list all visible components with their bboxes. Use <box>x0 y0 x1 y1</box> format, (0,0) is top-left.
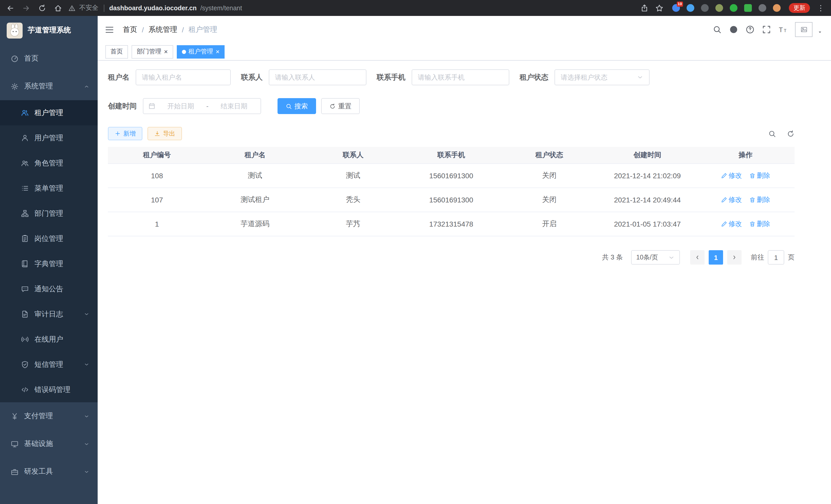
navbar-actions: TT <box>713 22 823 37</box>
sidebar-item-sms[interactable]: 短信管理 <box>0 352 98 377</box>
user-menu-caret-icon[interactable] <box>817 29 823 35</box>
cell-phone: 15601691300 <box>402 172 500 180</box>
extension-icon[interactable] <box>701 4 709 12</box>
sidebar-item-post[interactable]: 岗位管理 <box>0 226 98 251</box>
page-size-value: 10条/页 <box>636 253 658 262</box>
breadcrumb-item-home[interactable]: 首页 <box>123 25 137 34</box>
export-icon <box>154 130 160 137</box>
chevron-down-icon <box>84 413 89 419</box>
tenant-status-select[interactable]: 请选择租户状态 <box>554 69 650 85</box>
hamburger-icon[interactable] <box>105 25 114 34</box>
extension-icon[interactable] <box>730 4 738 12</box>
sidebar-item-dept[interactable]: 部门管理 <box>0 201 98 226</box>
user-avatar[interactable] <box>795 22 812 37</box>
breadcrumb-item-system[interactable]: 系统管理 <box>148 25 177 34</box>
url-divider <box>104 4 104 11</box>
date-separator: - <box>206 102 209 110</box>
page-number-1[interactable]: 1 <box>709 250 723 265</box>
forward-icon[interactable] <box>22 4 30 12</box>
sidebar-item-dict[interactable]: 字典管理 <box>0 251 98 276</box>
search-button[interactable]: 搜索 <box>278 98 316 114</box>
delete-link[interactable]: 删除 <box>749 219 770 229</box>
bookmark-star-icon[interactable] <box>655 4 663 12</box>
tab-1[interactable]: 部门管理× <box>132 45 173 58</box>
reset-button[interactable]: 重置 <box>321 98 360 114</box>
add-button[interactable]: 新增 <box>108 127 142 140</box>
sidebar-item-user[interactable]: 用户管理 <box>0 125 98 151</box>
sidebar-item-errcode[interactable]: 错误码管理 <box>0 377 98 402</box>
tenant-name-placeholder: 请输入租户名 <box>142 73 182 82</box>
active-tab-dot <box>182 50 186 54</box>
delete-link[interactable]: 删除 <box>749 195 770 205</box>
edit-icon <box>721 221 727 227</box>
fullscreen-icon[interactable] <box>762 25 771 34</box>
close-icon[interactable]: × <box>164 48 168 55</box>
sidebar-item-label: 菜单管理 <box>34 184 63 193</box>
online-icon <box>21 335 29 343</box>
sidebar-item-role[interactable]: 角色管理 <box>0 151 98 176</box>
sidebar-item-online[interactable]: 在线用户 <box>0 327 98 352</box>
sidebar-item-tenant[interactable]: 租户管理 <box>0 100 98 125</box>
dict-icon <box>21 260 29 268</box>
header-search-icon[interactable] <box>713 25 721 34</box>
sidebar-item-label: 部门管理 <box>34 209 63 218</box>
breadcrumb: 首页 / 系统管理 / 租户管理 <box>123 25 218 34</box>
logo[interactable]: 芋道管理系统 <box>0 16 98 45</box>
sidebar-item-label: 支付管理 <box>24 412 53 421</box>
tenants-icon <box>21 109 29 117</box>
sidebar-item-audit[interactable]: 审计日志 <box>0 302 98 327</box>
delete-link-label: 删除 <box>757 195 770 205</box>
tenant-name-input[interactable]: 请输入租户名 <box>136 69 231 85</box>
extension-icon[interactable]: 10 <box>672 4 680 12</box>
main: 首页 / 系统管理 / 租户管理 TT 首页部门管理×租户管理× 租户名 <box>98 16 831 504</box>
github-icon[interactable] <box>729 25 738 34</box>
edit-link[interactable]: 修改 <box>721 171 742 180</box>
sidebar-item-label: 角色管理 <box>34 158 63 168</box>
toggle-search-button[interactable] <box>768 130 776 138</box>
address-bar[interactable]: 不安全 dashboard.yudao.iocoder.cn/system/te… <box>68 4 640 12</box>
reload-icon[interactable] <box>38 4 46 12</box>
extension-icon[interactable] <box>744 4 752 12</box>
sidebar-item-pay[interactable]: 支付管理 <box>0 402 98 430</box>
refresh-table-button[interactable] <box>787 130 795 138</box>
browser-home-icon[interactable] <box>54 4 62 12</box>
prev-page-button[interactable] <box>690 250 705 265</box>
phone-input[interactable]: 请输入联系手机 <box>412 69 509 85</box>
roles-icon <box>21 159 29 167</box>
extension-icon[interactable] <box>758 4 766 12</box>
share-icon[interactable] <box>640 4 649 12</box>
column-header: 创建时间 <box>598 151 697 160</box>
date-range-input[interactable]: 开始日期 - 结束日期 <box>143 98 261 114</box>
close-icon[interactable]: × <box>216 48 220 55</box>
tab-label: 部门管理 <box>137 47 161 56</box>
sidebar-item-home[interactable]: 首页 <box>0 45 98 72</box>
goto-page-input[interactable]: 1 <box>768 250 784 265</box>
sidebar-item-notice[interactable]: 通知公告 <box>0 276 98 302</box>
next-page-button[interactable] <box>727 250 742 265</box>
update-button[interactable]: 更新 <box>789 3 810 13</box>
back-icon[interactable] <box>6 4 15 12</box>
edit-link[interactable]: 修改 <box>721 219 742 229</box>
font-size-icon[interactable]: TT <box>779 25 787 34</box>
extension-icon[interactable] <box>773 4 781 12</box>
tab-0[interactable]: 首页 <box>105 45 128 58</box>
sidebar-item-dev[interactable]: 研发工具 <box>0 458 98 485</box>
delete-link[interactable]: 删除 <box>749 171 770 180</box>
toolbar: 新增 导出 <box>98 127 831 140</box>
contact-input[interactable]: 请输入联系人 <box>269 69 366 85</box>
export-button[interactable]: 导出 <box>147 127 182 140</box>
menu-list-icon <box>21 184 29 192</box>
edit-link[interactable]: 修改 <box>721 195 742 205</box>
sidebar-item-infra[interactable]: 基础设施 <box>0 430 98 458</box>
extension-icon[interactable] <box>687 4 694 12</box>
help-icon[interactable] <box>746 25 754 34</box>
phone-placeholder: 请输入联系手机 <box>418 73 465 82</box>
browser-menu-icon[interactable] <box>816 4 825 12</box>
sidebar-item-label: 通知公告 <box>34 285 63 294</box>
sidebar-item-system[interactable]: 系统管理 <box>0 72 98 100</box>
sidebar-item-menu[interactable]: 菜单管理 <box>0 176 98 201</box>
tab-2[interactable]: 租户管理× <box>176 45 225 58</box>
sidebar-menu: 首页系统管理租户管理用户管理角色管理菜单管理部门管理岗位管理字典管理通知公告审计… <box>0 45 98 485</box>
extension-icon[interactable] <box>715 4 723 12</box>
page-size-select[interactable]: 10条/页 <box>631 250 680 265</box>
